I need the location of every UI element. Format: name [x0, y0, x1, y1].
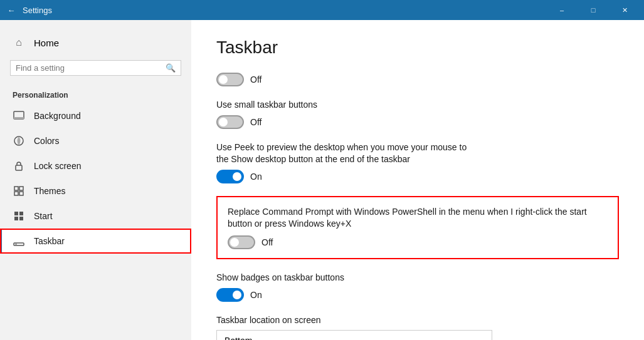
window-title: Settings	[23, 6, 542, 15]
home-icon	[13, 36, 25, 49]
taskbar-location-setting: Taskbar location on screen Bottom ⌄	[216, 314, 619, 340]
toggle-row-badges: On	[216, 288, 619, 302]
small-buttons-label: Use small taskbar buttons	[216, 99, 619, 111]
taskbar-icon	[13, 235, 25, 247]
toggle-powershell[interactable]	[228, 235, 255, 249]
svg-rect-8	[14, 212, 18, 215]
sidebar-item-background[interactable]: Background	[0, 103, 191, 128]
home-label: Home	[34, 38, 59, 48]
main-layout: Home 🔍 Personalization Background Colors…	[0, 20, 644, 340]
svg-rect-1	[14, 117, 24, 119]
svg-rect-13	[15, 244, 17, 245]
taskbar-location-label: Taskbar location on screen	[216, 314, 619, 327]
toggle-lock-taskbar[interactable]	[216, 73, 244, 86]
toggle-peek[interactable]	[216, 170, 244, 183]
powershell-label: Replace Command Prompt with Windows Powe…	[228, 206, 608, 230]
lock-icon	[13, 160, 25, 172]
taskbar-location-dropdown[interactable]: Bottom ⌄	[216, 330, 492, 340]
sidebar-item-start[interactable]: Start	[0, 203, 191, 229]
chevron-down-icon: ⌄	[478, 336, 484, 340]
sidebar-item-lock-screen[interactable]: Lock screen	[0, 153, 191, 178]
toggle-small-buttons[interactable]	[216, 115, 244, 129]
search-icon: 🔍	[166, 63, 176, 73]
title-bar: ← Settings – □ ✕	[0, 0, 644, 20]
badges-label: Show badges on taskbar buttons	[216, 272, 619, 284]
themes-nav-label: Themes	[34, 186, 66, 196]
sidebar-item-home[interactable]: Home	[0, 30, 191, 55]
toggle-badges[interactable]	[216, 288, 244, 302]
themes-icon	[13, 185, 25, 197]
toggle-label-2: Off	[250, 117, 261, 127]
svg-rect-6	[14, 192, 18, 195]
dropdown-value: Bottom	[224, 336, 252, 340]
minimize-button[interactable]: –	[547, 0, 576, 20]
toggle-row-powershell: Off	[228, 235, 608, 249]
taskbar-nav-label: Taskbar	[34, 236, 65, 246]
sidebar: Home 🔍 Personalization Background Colors…	[0, 20, 191, 340]
toggle-label-1: Off	[250, 75, 261, 85]
content-area: Taskbar Off Use small taskbar buttons Of…	[191, 20, 644, 340]
background-icon	[13, 110, 25, 122]
back-button[interactable]: ←	[5, 4, 18, 16]
svg-rect-4	[14, 187, 18, 190]
svg-rect-9	[19, 212, 23, 215]
page-title: Taskbar	[216, 38, 619, 58]
svg-rect-10	[14, 217, 18, 220]
background-nav-label: Background	[34, 111, 81, 121]
window-controls: – □ ✕	[547, 0, 639, 20]
toggle-row-1: Off	[216, 73, 619, 86]
close-button[interactable]: ✕	[610, 0, 639, 20]
toggle-row-2: Off	[216, 115, 619, 129]
setting-peek: Use Peek to preview the desktop when you…	[216, 142, 619, 183]
toggle-row-3: On	[216, 170, 619, 183]
setting-small-buttons: Use small taskbar buttons Off	[216, 99, 619, 129]
peek-label: Use Peek to preview the desktop when you…	[216, 142, 619, 166]
colors-icon	[13, 135, 25, 147]
start-icon	[13, 210, 25, 222]
svg-rect-7	[19, 192, 23, 195]
setting-badges: Show badges on taskbar buttons On	[216, 272, 619, 302]
highlighted-powershell-setting: Replace Command Prompt with Windows Powe…	[216, 196, 619, 259]
toggle-label-badges: On	[250, 290, 262, 300]
toggle-label-3: On	[250, 172, 262, 182]
setting-lock-taskbar: Off	[216, 73, 619, 86]
toggle-label-powershell: Off	[261, 237, 273, 247]
start-nav-label: Start	[34, 211, 53, 221]
search-input[interactable]	[16, 63, 166, 73]
lock-screen-nav-label: Lock screen	[34, 161, 81, 171]
svg-rect-5	[19, 187, 23, 190]
svg-rect-11	[19, 217, 23, 220]
search-box[interactable]: 🔍	[10, 60, 181, 76]
svg-rect-3	[16, 165, 22, 170]
colors-nav-label: Colors	[34, 136, 59, 146]
section-label: Personalization	[0, 81, 191, 103]
sidebar-item-themes[interactable]: Themes	[0, 178, 191, 203]
sidebar-item-colors[interactable]: Colors	[0, 128, 191, 153]
maximize-button[interactable]: □	[579, 0, 608, 20]
sidebar-item-taskbar[interactable]: Taskbar	[0, 229, 191, 254]
